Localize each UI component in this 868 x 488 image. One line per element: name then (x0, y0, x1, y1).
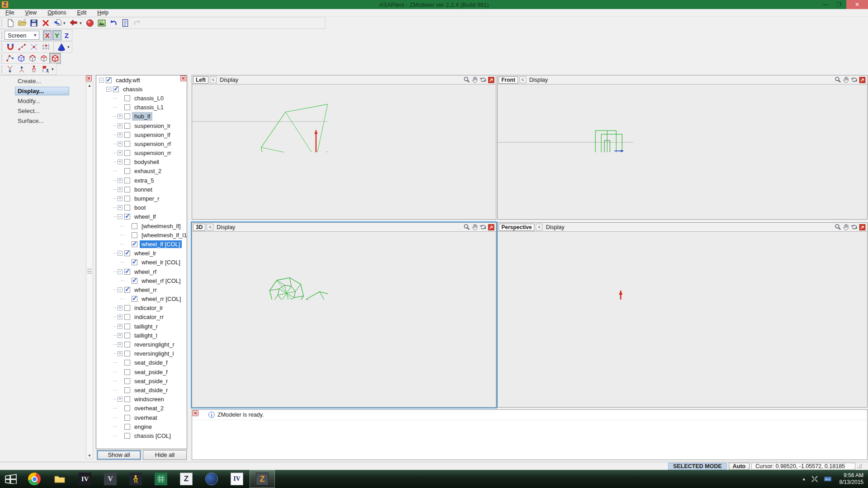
visibility-checkbox[interactable] (124, 360, 130, 366)
visibility-checkbox[interactable]: ✓ (132, 241, 137, 247)
visibility-checkbox[interactable] (124, 405, 130, 411)
tree-node-extra-5[interactable]: extra_5 (132, 177, 156, 184)
visibility-checkbox[interactable] (124, 415, 130, 421)
visibility-checkbox[interactable]: ✓ (132, 296, 137, 302)
material-sphere-button[interactable] (84, 18, 96, 28)
hide-all-button[interactable]: Hide all (143, 450, 187, 460)
tree-expander-plus-icon[interactable]: + (118, 196, 123, 201)
snap-intersection-button[interactable] (28, 42, 40, 52)
tree-node-suspension-rf[interactable]: suspension_rf (132, 140, 173, 148)
viewport-mode-label[interactable]: Display (546, 224, 564, 230)
viewport-mode-label[interactable]: Display (529, 77, 548, 83)
maximize-viewport-icon[interactable] (487, 224, 495, 231)
tree-node--wheelmesh-lf-l1-[interactable]: [wheelmesh_lf_l1] (140, 231, 187, 239)
menu-options[interactable]: Options (42, 9, 71, 16)
tray-app-icon[interactable] (811, 475, 819, 483)
tree-node-exhaust-2[interactable]: exhaust_2 (132, 167, 163, 175)
pan-hand-icon[interactable] (842, 224, 850, 231)
visibility-checkbox[interactable]: ✓ (132, 259, 137, 265)
visibility-checkbox[interactable] (124, 314, 130, 320)
taskbar-app-zmodeler[interactable]: Z (250, 470, 275, 488)
tree-expander-plus-icon[interactable]: + (118, 178, 123, 183)
tree-node-chassis-l1[interactable]: chassis_L1 (132, 103, 165, 111)
viewport-front-canvas[interactable]: yz (498, 84, 633, 152)
tree-node-engine[interactable]: engine (132, 423, 154, 431)
orbit-icon[interactable] (850, 224, 858, 231)
visibility-checkbox[interactable] (124, 113, 130, 119)
zoom-icon[interactable] (463, 224, 471, 231)
viewport-back-button[interactable]: < (519, 76, 526, 83)
tree-panel-close-icon[interactable]: ✕ (180, 75, 186, 81)
tree-node-wheel-rf[interactable]: wheel_rf (132, 268, 158, 276)
tree-node-reversinglight-l[interactable]: reversinglight_l (132, 350, 175, 357)
visibility-checkbox[interactable]: ✓ (113, 86, 119, 92)
menu-help[interactable]: Help (92, 9, 114, 16)
tree-expander-plus-icon[interactable]: + (118, 324, 123, 329)
message-panel-close-icon[interactable]: ✕ (193, 410, 198, 416)
tree-node-wheel-lr[interactable]: wheel_lr (132, 249, 158, 257)
attach-tool-button[interactable] (16, 64, 28, 75)
bone-figure-button[interactable] (28, 64, 40, 75)
taskbar-app-zmodeler-doc[interactable]: Z (174, 470, 199, 488)
visibility-checkbox[interactable] (124, 424, 130, 430)
export-button[interactable] (68, 18, 80, 28)
viewport-perspective-canvas[interactable]: yz (498, 232, 633, 300)
tree-node-boot[interactable]: boot (132, 204, 147, 211)
command-create[interactable]: Create... (15, 77, 69, 85)
maximize-viewport-icon[interactable] (859, 224, 866, 231)
tree-node-wheel-rr[interactable]: wheel_rr (132, 286, 159, 294)
command-modify[interactable]: Modify... (15, 97, 69, 105)
import-button[interactable] (52, 18, 63, 28)
magnet-snap-button[interactable] (5, 42, 16, 52)
tree-node-reversinglight-r[interactable]: reversinglight_r (132, 341, 176, 348)
restore-button[interactable]: ❐ (833, 0, 845, 9)
tree-node-suspension-lf[interactable]: suspension_lf (132, 131, 172, 139)
pan-hand-icon[interactable] (842, 76, 850, 84)
command-panel-close-icon[interactable]: ✕ (86, 75, 92, 81)
tree-node-hub-lf[interactable]: hub_lf (132, 113, 152, 120)
viewport-3d[interactable]: 3D < Display yz (192, 222, 496, 408)
tree-expander-plus-icon[interactable]: + (118, 397, 123, 402)
tree-expander-minus-icon[interactable]: − (118, 251, 123, 256)
tree-expander-plus-icon[interactable]: + (118, 160, 123, 164)
tree-node-indicator-rr[interactable]: indicator_rr (132, 313, 165, 321)
texture-image-button[interactable] (96, 18, 108, 28)
tree-expander-minus-icon[interactable]: − (106, 87, 111, 92)
tree-node-indicator-lr[interactable]: indicator_lr (132, 304, 165, 312)
snap-vertex-button[interactable] (16, 42, 28, 52)
snap-grid-button[interactable] (40, 42, 52, 52)
visibility-checkbox[interactable] (124, 324, 130, 329)
zoom-icon[interactable] (463, 76, 471, 84)
tree-node-bumper-r[interactable]: bumper_r (132, 195, 161, 202)
viewport-name-button[interactable]: Perspective (499, 224, 534, 231)
tree-node-chassis-col-[interactable]: chassis [COL] (132, 432, 173, 440)
visibility-checkbox[interactable] (124, 141, 130, 147)
visibility-checkbox[interactable]: ✓ (124, 214, 130, 220)
tree-expander-plus-icon[interactable]: + (118, 333, 123, 338)
viewport-mode-label[interactable]: Display (220, 77, 238, 83)
visibility-checkbox[interactable] (124, 378, 130, 384)
viewport-left-canvas[interactable]: yz (192, 84, 328, 152)
taskbar-app-open-iv[interactable]: IV (224, 470, 250, 488)
dropdown-caret-icon[interactable]: ▾ (80, 21, 84, 25)
tree-node-seat-dside-r[interactable]: seat_dside_r (132, 386, 170, 394)
pan-hand-icon[interactable] (471, 76, 479, 84)
taskbar-app-file-explorer[interactable] (47, 470, 72, 488)
tree-node-wheel-lr-col-[interactable]: wheel_lr [COL] (140, 258, 182, 266)
tree-node-taillight-l[interactable]: taillight_l (132, 332, 159, 339)
visibility-checkbox[interactable]: ✓ (132, 278, 137, 284)
flag-figure-button[interactable] (40, 64, 52, 75)
save-button[interactable] (28, 18, 40, 28)
visibility-checkbox[interactable] (124, 333, 130, 338)
detach-tool-button[interactable] (5, 64, 16, 75)
tree-expander-plus-icon[interactable]: + (118, 342, 123, 347)
mode-faces-button[interactable] (27, 53, 38, 64)
tree-expander-plus-icon[interactable]: + (118, 141, 123, 146)
viewport-left[interactable]: Left < Display yz (192, 75, 496, 220)
tree-node-bodyshell[interactable]: bodyshell (132, 158, 161, 166)
visibility-checkbox[interactable]: ✓ (124, 269, 130, 275)
tree-node-wheel-lf[interactable]: wheel_lf (132, 213, 158, 221)
taskbar-app-blue-orb[interactable] (199, 470, 224, 488)
tree-expander-plus-icon[interactable]: + (118, 187, 123, 192)
close-button[interactable]: ✕ (846, 0, 868, 9)
